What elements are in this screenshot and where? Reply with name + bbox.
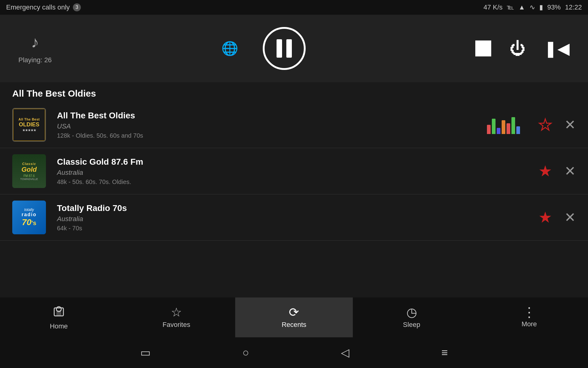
station-item[interactable]: Classic Gold FM 87.6 TOWNSVILLE Classic …	[0, 148, 588, 194]
wifi-icon: ∿	[530, 3, 535, 11]
power-button[interactable]: ⏻	[510, 39, 526, 58]
eq-bar	[507, 123, 510, 134]
nav-recents[interactable]: ⟳ Recents	[235, 297, 353, 337]
system-bar: ▭ ○ ◁ ≡	[0, 337, 588, 368]
station-actions: ★ ✕	[538, 210, 576, 225]
station-info: Classic Gold 87.6 Fm Australia 48k - 50s…	[57, 157, 538, 186]
station-info: Totally Radio 70s Australia 64k - 70s	[57, 203, 538, 232]
player-left-controls: ♪ Playing: 26	[18, 33, 52, 64]
remove-button[interactable]: ✕	[564, 211, 576, 224]
eq-bar	[502, 120, 505, 134]
notification-badge: 3	[73, 3, 81, 11]
sleep-icon: ◷	[406, 306, 417, 318]
station-info: All The Best Oldies USA 128k - Oldies. 5…	[57, 111, 487, 139]
pause-bar-right	[286, 39, 292, 58]
station-name: All The Best Oldies	[57, 111, 487, 121]
station-country: USA	[57, 122, 487, 130]
station-description: 48k - 50s. 60s. 70s. Oldies.	[57, 178, 538, 186]
pause-bar-left	[277, 39, 282, 58]
station-country: Australia	[57, 215, 538, 223]
back-button[interactable]: ◁	[341, 346, 349, 359]
nav-sleep[interactable]: ◷ Sleep	[353, 297, 470, 337]
favorites-icon: ☆	[171, 306, 182, 318]
status-right: 47 K/s ℡ ▲ ∿ ▮ 93% 12:22	[484, 3, 582, 11]
more-icon: ⋮	[522, 307, 536, 317]
nav-favorites-label: Favorites	[163, 321, 190, 329]
network-speed: 47 K/s	[484, 3, 503, 11]
nav-sleep-label: Sleep	[403, 321, 420, 329]
nav-favorites[interactable]: ☆ Favorites	[118, 297, 235, 337]
favorite-button[interactable]: ★	[538, 117, 552, 132]
home-icon	[52, 305, 65, 320]
bluetooth-icon: ℡	[507, 3, 514, 11]
battery-percent: 93%	[547, 3, 561, 11]
clock: 12:22	[565, 3, 582, 11]
nav-more[interactable]: ⋮ More	[470, 297, 588, 337]
station-list: All The Best OLDIES ★★★★★ All The Best O…	[0, 102, 588, 241]
home-button[interactable]: ○	[243, 346, 249, 359]
station-item[interactable]: All The Best OLDIES ★★★★★ All The Best O…	[0, 102, 588, 148]
recent-apps-button[interactable]: ▭	[140, 346, 151, 359]
station-actions: ★ ✕	[538, 163, 576, 179]
player-bar: ♪ Playing: 26 🌐 ⏻ ❚◀	[0, 15, 588, 82]
nav-more-label: More	[522, 320, 537, 328]
station-name: Totally Radio 70s	[57, 203, 538, 213]
globe-icon[interactable]: 🌐	[221, 40, 238, 56]
remove-button[interactable]: ✕	[564, 164, 576, 178]
music-icon[interactable]: ♪	[31, 33, 39, 51]
playing-label: Playing: 26	[18, 56, 52, 64]
eq-bar	[511, 117, 515, 134]
share-button[interactable]: ❚◀	[544, 39, 570, 58]
station-description: 128k - Oldies. 50s. 60s and 70s	[57, 132, 487, 139]
battery-icon: ▮	[539, 3, 543, 11]
station-name: Classic Gold 87.6 Fm	[57, 157, 538, 167]
nav-recents-label: Recents	[282, 321, 307, 329]
recents-icon: ⟳	[289, 306, 299, 318]
station-thumbnail: All The Best OLDIES ★★★★★	[12, 108, 46, 142]
eq-bar	[497, 128, 500, 134]
player-center	[263, 27, 306, 70]
nav-home-label: Home	[50, 322, 68, 330]
favorite-button[interactable]: ★	[538, 163, 552, 179]
eq-bar	[487, 125, 491, 134]
pause-icon	[277, 39, 292, 58]
stop-button[interactable]	[475, 40, 491, 56]
station-country: Australia	[57, 169, 538, 177]
bottom-nav: Home ☆ Favorites ⟳ Recents ◷ Sleep ⋮ Mor…	[0, 297, 588, 337]
section-title: All The Best Oldies	[0, 82, 588, 102]
status-bar: Emergency calls only 3 47 K/s ℡ ▲ ∿ ▮ 93…	[0, 0, 588, 15]
emergency-text: Emergency calls only	[6, 3, 70, 11]
equalizer-bars	[487, 116, 520, 134]
signal-icon: ▲	[518, 3, 525, 11]
menu-button[interactable]: ≡	[441, 346, 448, 359]
station-thumbnail: Classic Gold FM 87.6 TOWNSVILLE	[12, 154, 46, 188]
station-actions: ★ ✕	[487, 116, 576, 134]
pause-button[interactable]	[263, 27, 306, 70]
eq-bar	[516, 126, 520, 134]
remove-button[interactable]: ✕	[564, 118, 576, 132]
nav-home[interactable]: Home	[0, 297, 118, 337]
player-right-controls: ⏻ ❚◀	[475, 39, 570, 58]
eq-bar	[492, 119, 496, 134]
favorite-button[interactable]: ★	[538, 210, 552, 225]
station-item[interactable]: totally radio 70 's Totally Radio 70s Au…	[0, 194, 588, 241]
status-left: Emergency calls only 3	[6, 3, 81, 11]
station-thumbnail: totally radio 70 's	[12, 201, 46, 234]
station-description: 64k - 70s	[57, 225, 538, 232]
